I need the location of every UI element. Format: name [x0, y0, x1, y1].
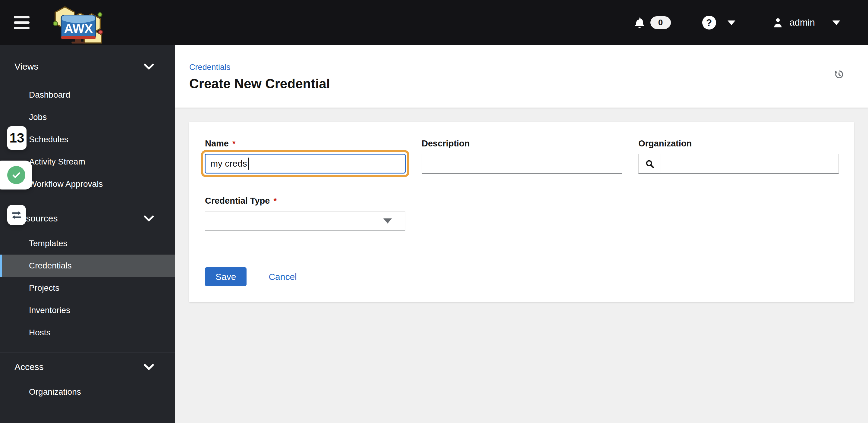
- name-input-value: my creds: [210, 159, 247, 169]
- focus-highlight-ring: my creds: [201, 150, 409, 177]
- organization-label: Organization: [638, 139, 839, 149]
- notification-count-badge[interactable]: 0: [650, 16, 671, 29]
- sidebar-item-projects[interactable]: Projects: [0, 277, 175, 299]
- sidebar-item-templates[interactable]: Templates: [0, 232, 175, 255]
- name-field-group: Name * my creds: [205, 139, 405, 177]
- sidebar-item-dashboard[interactable]: Dashboard: [0, 84, 175, 106]
- sidebar-item-hosts[interactable]: Hosts: [0, 322, 175, 344]
- description-field-group: Description: [422, 139, 622, 174]
- sidebar-item-jobs[interactable]: Jobs: [0, 106, 175, 128]
- description-label: Description: [422, 139, 622, 149]
- bell-icon[interactable]: [633, 16, 646, 29]
- check-icon: [7, 166, 25, 184]
- organization-input-group: [638, 154, 839, 174]
- credential-form-card: Name * my creds Description: [189, 122, 854, 302]
- history-icon[interactable]: [834, 69, 844, 79]
- help-caret-down-icon[interactable]: [727, 21, 735, 25]
- name-label-text: Name: [205, 139, 229, 149]
- topbar: AWX 0 ? admin: [0, 0, 868, 45]
- name-label: Name *: [205, 139, 405, 149]
- required-asterisk: *: [232, 139, 236, 149]
- sidebar-section-views[interactable]: Views: [0, 56, 175, 78]
- required-asterisk: *: [273, 196, 277, 206]
- step-count-badge: 13: [7, 126, 27, 150]
- search-icon: [645, 159, 655, 169]
- description-input[interactable]: [422, 154, 622, 174]
- sidebar-item-inventories[interactable]: Inventories: [0, 299, 175, 322]
- sidebar-section-access[interactable]: Access: [0, 353, 175, 375]
- user-menu-caret-down-icon[interactable]: [832, 21, 840, 25]
- credential-type-select[interactable]: [205, 211, 405, 231]
- text-cursor: [248, 158, 249, 170]
- page-header: Credentials Create New Credential: [175, 45, 868, 107]
- awx-logo[interactable]: AWX: [43, 1, 104, 44]
- user-icon: [772, 16, 784, 29]
- awx-logo-text: AWX: [64, 22, 93, 36]
- section-label-access: Access: [14, 362, 44, 372]
- breadcrumb-credentials[interactable]: Credentials: [189, 63, 854, 72]
- swap-arrows-icon: [10, 209, 23, 222]
- organization-label-text: Organization: [638, 139, 692, 149]
- chevron-down-icon: [144, 364, 154, 370]
- success-overlay-card: [0, 161, 32, 190]
- section-label-views: Views: [14, 61, 38, 72]
- organization-input[interactable]: [661, 154, 838, 173]
- hamburger-menu-icon[interactable]: [14, 16, 30, 29]
- topbar-actions: 0 ? admin: [633, 16, 868, 30]
- username-label[interactable]: admin: [789, 17, 815, 28]
- form-actions: Save Cancel: [205, 267, 839, 286]
- sidebar-item-organizations[interactable]: Organizations: [0, 381, 175, 403]
- help-icon[interactable]: ?: [702, 16, 716, 30]
- main-content: Credentials Create New Credential Name *…: [175, 45, 868, 423]
- select-caret-down-icon: [383, 219, 392, 224]
- sidebar-nav: Views Dashboard Jobs Schedules Activity …: [0, 45, 175, 423]
- description-label-text: Description: [422, 139, 470, 149]
- sidebar-section-resources[interactable]: Resources: [0, 204, 175, 226]
- cancel-button[interactable]: Cancel: [269, 272, 297, 282]
- name-input[interactable]: my creds: [205, 154, 406, 173]
- credential-type-label: Credential Type *: [205, 196, 839, 206]
- organization-field-group: Organization: [638, 139, 839, 174]
- chevron-down-icon: [144, 64, 154, 70]
- swap-action-overlay-card: [7, 205, 26, 225]
- credential-type-label-text: Credential Type: [205, 196, 270, 206]
- organization-search-button[interactable]: [639, 154, 661, 173]
- sidebar-item-credentials[interactable]: Credentials: [0, 255, 175, 277]
- page-title: Create New Credential: [189, 76, 854, 91]
- chevron-down-icon: [144, 216, 154, 222]
- credential-type-field-group: Credential Type *: [205, 196, 839, 231]
- save-button[interactable]: Save: [205, 267, 247, 286]
